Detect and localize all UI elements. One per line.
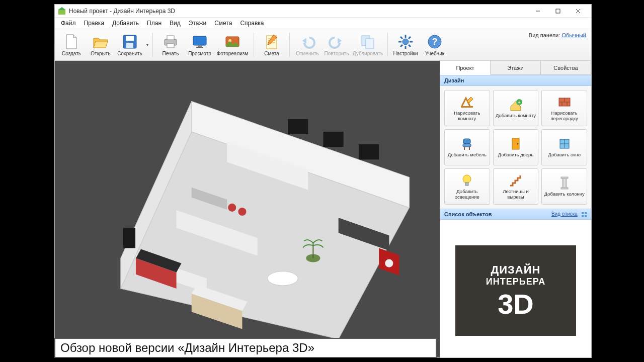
add-furniture-button[interactable]: Добавить мебель — [444, 129, 490, 165]
bulb-icon — [460, 173, 474, 188]
3d-viewport[interactable] — [55, 61, 440, 357]
monitor-icon — [192, 34, 208, 50]
stairs-icon — [509, 173, 523, 188]
add-door-button[interactable]: Добавить дверь — [493, 129, 539, 165]
promo-line2: ИНТЕРЬЕРА — [486, 277, 545, 287]
photorealism-label: Фотореализм — [217, 51, 249, 56]
open-button[interactable]: Открыть — [86, 30, 115, 59]
add-room-button[interactable]: + Добавить комнату — [493, 90, 539, 126]
stairs-button[interactable]: Лестницы и вырезы — [493, 168, 539, 205]
svg-rect-56 — [288, 119, 308, 134]
minimize-button[interactable] — [528, 5, 548, 18]
tab-floors[interactable]: Этажи — [491, 61, 541, 74]
folder-open-icon — [93, 34, 109, 50]
svg-rect-85 — [582, 212, 584, 214]
tab-project[interactable]: Проект — [440, 61, 491, 75]
window-title: Новый проект - Дизайн Интерьера 3D — [69, 8, 528, 15]
svg-rect-3 — [556, 9, 560, 13]
tutorial-label: Учебник — [425, 51, 444, 56]
svg-rect-59 — [123, 228, 135, 248]
photorealism-icon — [224, 34, 240, 50]
draw-partition-button[interactable]: Нарисовать перегородку — [541, 90, 587, 126]
svg-point-78 — [463, 175, 471, 183]
draw-room-button[interactable]: Нарисовать комнату — [444, 90, 490, 126]
promo-line1: ДИЗАЙН — [491, 263, 541, 277]
estimate-button[interactable]: Смета — [257, 30, 286, 59]
side-panel: Проект Этажи Свойства Дизайн Нарисовать … — [440, 61, 591, 357]
redo-icon — [329, 34, 345, 50]
menu-help[interactable]: Справка — [236, 19, 268, 28]
add-room-label: Добавить комнату — [496, 113, 536, 119]
svg-rect-7 — [126, 36, 134, 41]
add-lighting-button[interactable]: Добавить освещение — [444, 168, 490, 205]
create-button[interactable]: Создать — [57, 30, 86, 59]
svg-rect-82 — [561, 188, 568, 189]
add-column-label: Добавить колонну — [544, 192, 585, 197]
menu-floors[interactable]: Этажи — [185, 19, 210, 28]
save-dropdown[interactable]: ▼ — [144, 30, 149, 59]
save-button[interactable]: Сохранить — [115, 30, 144, 59]
svg-line-32 — [409, 37, 411, 39]
door-icon — [509, 137, 523, 151]
svg-rect-24 — [366, 39, 374, 49]
add-window-button[interactable]: Добавить окно — [541, 129, 587, 165]
undo-button[interactable]: Отменить — [293, 30, 322, 59]
print-button[interactable]: Печать — [156, 30, 185, 59]
svg-rect-81 — [561, 177, 568, 178]
preview-label: Просмотр — [188, 51, 211, 56]
svg-rect-10 — [167, 36, 174, 40]
svg-point-55 — [268, 272, 298, 286]
svg-text:?: ? — [432, 37, 438, 47]
menu-plan[interactable]: План — [143, 19, 166, 28]
panel-type: Вид панели: Обычный — [529, 32, 586, 38]
add-column-button[interactable]: Добавить колонну — [541, 168, 587, 205]
promo-line3: 3D — [498, 290, 534, 318]
duplicate-icon — [360, 34, 376, 50]
list-view-link[interactable]: Вид списка — [551, 211, 578, 217]
svg-rect-14 — [196, 47, 203, 48]
caption-text: Обзор новой версии «Дизайн Интерьера 3D» — [60, 341, 314, 355]
svg-rect-8 — [126, 43, 133, 48]
brick-icon — [557, 95, 572, 109]
tab-properties[interactable]: Свойства — [541, 61, 591, 74]
menu-file[interactable]: Файл — [57, 19, 80, 28]
svg-rect-88 — [585, 215, 587, 217]
duplicate-button[interactable]: Дублировать — [351, 30, 384, 59]
promo-banner: ДИЗАЙН ИНТЕРЬЕРА 3D — [455, 245, 576, 336]
add-room-icon: + — [509, 98, 523, 112]
add-window-label: Добавить окно — [548, 152, 581, 158]
menu-estimate[interactable]: Смета — [210, 19, 236, 28]
maximize-button[interactable] — [548, 5, 568, 18]
new-file-icon — [63, 34, 79, 50]
toolbar-separator — [387, 33, 388, 57]
toolbar-separator — [254, 33, 254, 57]
svg-rect-70 — [463, 144, 471, 147]
photorealism-button[interactable]: Фотореализм — [214, 30, 251, 59]
title-bar: Новый проект - Дизайн Интерьера 3D — [55, 5, 591, 18]
close-button[interactable] — [568, 5, 588, 18]
svg-point-74 — [517, 143, 518, 145]
menu-edit[interactable]: Правка — [80, 19, 109, 28]
draw-room-icon — [460, 95, 474, 109]
menu-view[interactable]: Вид — [166, 19, 185, 28]
redo-label: Повторить — [325, 51, 349, 56]
redo-button[interactable]: Повторить — [322, 30, 351, 59]
open-label: Открыть — [91, 51, 110, 56]
add-door-label: Добавить дверь — [498, 152, 534, 158]
save-label: Сохранить — [117, 51, 142, 56]
list-view-icon[interactable] — [581, 212, 587, 218]
design-section-header: Дизайн — [440, 75, 591, 86]
add-furniture-label: Добавить мебель — [448, 152, 487, 158]
app-icon — [58, 7, 66, 15]
undo-label: Отменить — [296, 51, 319, 56]
settings-button[interactable]: Настройки — [391, 30, 420, 59]
column-icon — [557, 176, 572, 190]
svg-rect-11 — [167, 44, 174, 48]
toolbar: Создать Открыть Сохранить ▼ Печать Прос — [55, 29, 591, 61]
tutorial-button[interactable]: ? Учебник — [420, 30, 449, 59]
panel-type-link[interactable]: Обычный — [561, 32, 586, 38]
preview-button[interactable]: Просмотр — [185, 30, 214, 59]
panel-type-label: Вид панели: — [529, 32, 560, 38]
object-list-header: Список объектов Вид списка — [440, 209, 591, 220]
menu-add[interactable]: Добавить — [108, 19, 143, 28]
